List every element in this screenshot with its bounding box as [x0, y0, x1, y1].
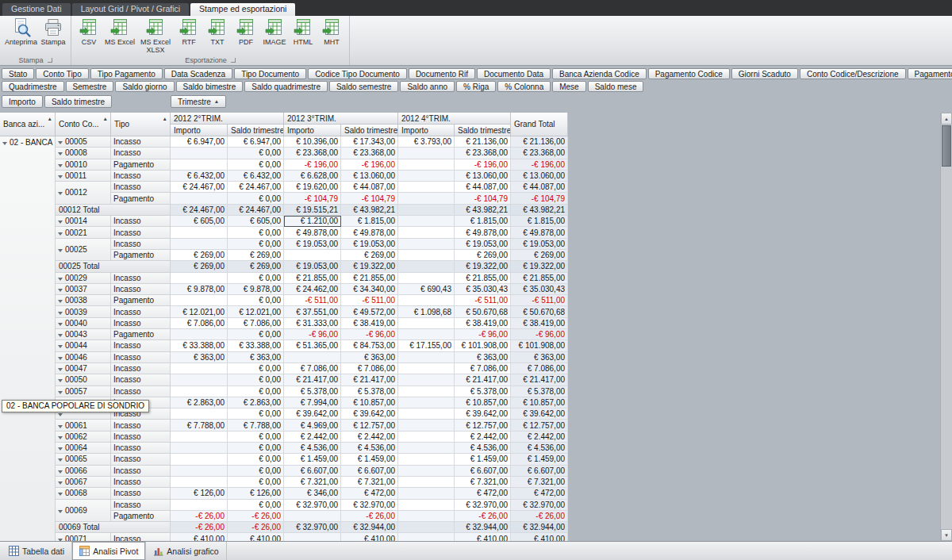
ribbon-button-pdf[interactable]: PDF [232, 17, 260, 55]
pivot-cell[interactable] [398, 159, 455, 171]
pivot-cell[interactable]: € 0,00 [228, 443, 284, 454]
tipo-row-header[interactable]: Pagamento [111, 250, 171, 261]
filter-field-saldo-semestre[interactable]: Saldo semestre [329, 81, 398, 92]
pivot-cell[interactable]: € 19.620,00 [284, 182, 341, 193]
pivot-cell[interactable]: € 5.378,00 [511, 386, 568, 397]
pivot-cell[interactable]: € 2.863,00 [171, 397, 228, 408]
conto-row-header[interactable]: 00071 [56, 533, 111, 541]
pivot-cell[interactable] [398, 205, 455, 216]
tipo-row-header[interactable]: Incasso [111, 500, 171, 511]
pivot-cell[interactable]: € 269,00 [171, 261, 228, 272]
ribbon-button-ms-excel[interactable]: MS Excel [103, 17, 136, 55]
pivot-cell[interactable]: € 5.378,00 [284, 386, 341, 397]
tipo-row-header[interactable]: Incasso [111, 533, 171, 541]
tipo-row-header[interactable]: Incasso [111, 477, 171, 488]
pivot-cell[interactable]: -€ 511,00 [341, 295, 398, 306]
tipo-row-header[interactable]: Incasso [111, 352, 171, 363]
collapse-icon[interactable] [58, 232, 63, 236]
pivot-cell[interactable]: -€ 96,00 [284, 329, 341, 340]
pivot-cell[interactable] [171, 466, 228, 477]
conto-row-header[interactable]: 00069 [56, 500, 111, 523]
pivot-cell[interactable]: € 23.368,00 [455, 148, 511, 159]
filter-field-colonna[interactable]: % Colonna [497, 81, 551, 92]
collapse-icon[interactable] [58, 345, 63, 348]
pivot-cell[interactable]: € 13.060,00 [511, 171, 568, 182]
pivot-cell[interactable]: -€ 511,00 [455, 295, 511, 306]
col-header-grand-total[interactable]: Grand Total [511, 113, 568, 136]
pivot-cell[interactable]: € 32.970,00 [284, 522, 341, 533]
pivot-cell[interactable]: € 12.757,00 [341, 420, 398, 431]
pivot-cell[interactable]: -€ 96,00 [341, 329, 398, 340]
pivot-cell[interactable]: € 32.944,00 [455, 522, 511, 533]
pivot-cell[interactable]: € 24.462,00 [284, 284, 341, 295]
pivot-cell[interactable]: € 2.442,00 [341, 432, 398, 443]
pivot-cell[interactable]: € 0,00 [228, 454, 284, 465]
pivot-cell[interactable]: € 7.086,00 [228, 318, 284, 329]
collapse-icon[interactable] [58, 436, 63, 439]
tipo-row-header[interactable]: Incasso [111, 363, 171, 374]
dialog-launcher-icon[interactable] [48, 58, 52, 63]
tipo-row-header[interactable]: Incasso [111, 136, 171, 148]
col-header-2012-3trim[interactable]: 2012 3°TRIM. [284, 113, 398, 125]
pivot-cell[interactable]: € 363,00 [455, 352, 511, 363]
collapse-icon[interactable] [58, 312, 63, 315]
pivot-cell[interactable] [398, 193, 455, 204]
pivot-cell[interactable]: -€ 104,79 [341, 193, 398, 204]
pivot-cell[interactable]: € 269,00 [511, 250, 568, 261]
pivot-cell[interactable]: € 7.321,00 [511, 477, 568, 488]
pivot-cell[interactable]: € 1.815,00 [455, 216, 511, 227]
filter-field-conto-tipo[interactable]: Conto Tipo [36, 68, 88, 79]
filter-field-pagamento-codice-descrizione[interactable]: Pagamento Codice/Descrizione [908, 68, 952, 79]
pivot-cell[interactable]: € 7.788,00 [228, 420, 284, 431]
view-tab-analisi-pivot[interactable]: Analisi Pivot [72, 542, 146, 560]
pivot-cell[interactable]: € 0,00 [228, 432, 284, 443]
ribbon-button-rtf[interactable]: RTF [175, 17, 203, 55]
pivot-cell[interactable] [398, 488, 455, 499]
pivot-cell[interactable] [398, 374, 455, 385]
collapse-icon[interactable] [58, 470, 63, 474]
ribbon-tab-stampe-ed-esportazioni[interactable]: Stampe ed esportazioni [190, 3, 295, 16]
data-field-saldo-trimestre[interactable]: Saldo trimestre [44, 95, 112, 108]
ribbon-button-txt[interactable]: TXT [203, 17, 232, 55]
pivot-cell[interactable]: € 23.368,00 [511, 148, 568, 159]
pivot-cell[interactable]: € 1.459,00 [455, 454, 511, 465]
pivot-cell[interactable]: € 24.467,00 [228, 182, 284, 193]
measure-header-saldo-trimestre[interactable]: Saldo trimestre [228, 125, 284, 136]
pivot-cell[interactable] [398, 533, 455, 541]
filter-field-documento-data[interactable]: Documento Data [477, 68, 551, 79]
pivot-cell[interactable] [171, 408, 228, 420]
pivot-cell[interactable]: € 49.878,00 [284, 227, 341, 238]
pivot-cell[interactable]: € 44.087,00 [511, 182, 568, 193]
pivot-cell[interactable]: € 51.365,00 [284, 340, 341, 351]
pivot-cell[interactable]: € 269,00 [455, 250, 511, 261]
pivot-cell[interactable]: € 21.417,00 [341, 374, 398, 385]
pivot-cell[interactable]: € 49.572,00 [341, 306, 398, 317]
pivot-cell[interactable]: € 126,00 [228, 488, 284, 499]
view-tab-analisi-grafico[interactable]: Analisi grafico [146, 542, 226, 560]
filter-field-saldo-mese[interactable]: Saldo mese [588, 81, 644, 92]
tipo-row-header[interactable]: Incasso [111, 443, 171, 454]
ribbon-button-mht[interactable]: MHT [317, 17, 346, 55]
filter-field-saldo-bimestre[interactable]: Saldo bimestre [176, 81, 244, 92]
pivot-cell[interactable] [398, 227, 455, 238]
collapse-icon[interactable] [58, 334, 63, 337]
pivot-cell[interactable]: € 363,00 [511, 352, 568, 363]
ribbon-tab-gestione-dati[interactable]: Gestione Dati [2, 3, 71, 16]
conto-row-header[interactable]: 00044 [56, 340, 111, 351]
conto-row-header[interactable]: 00014 [56, 216, 111, 227]
pivot-cell[interactable]: € 19.322,00 [511, 261, 568, 272]
pivot-cell[interactable]: € 101.908,00 [511, 340, 568, 351]
pivot-cell[interactable]: € 17.343,00 [341, 136, 398, 148]
pivot-cell[interactable]: € 605,00 [228, 216, 284, 227]
filter-field-stato[interactable]: Stato [2, 68, 34, 79]
ribbon-button-anteprima[interactable]: Anteprima [3, 17, 39, 55]
pivot-cell[interactable]: € 21.855,00 [511, 273, 568, 284]
pivot-cell[interactable]: € 410,00 [228, 533, 284, 541]
filter-field-giorni-scaduto[interactable]: Giorni Scaduto [731, 68, 798, 79]
measure-header-saldo-trimestre[interactable]: Saldo trimestre [341, 125, 398, 136]
ribbon-tab-layout-grid-pivot-grafici[interactable]: Layout Grid / Pivot / Grafici [72, 3, 189, 16]
data-field-importo[interactable]: Importo [2, 95, 43, 108]
pivot-cell[interactable] [398, 443, 455, 454]
pivot-cell[interactable]: € 17.155,00 [398, 340, 455, 351]
pivot-cell[interactable]: € 31.333,00 [284, 318, 341, 329]
